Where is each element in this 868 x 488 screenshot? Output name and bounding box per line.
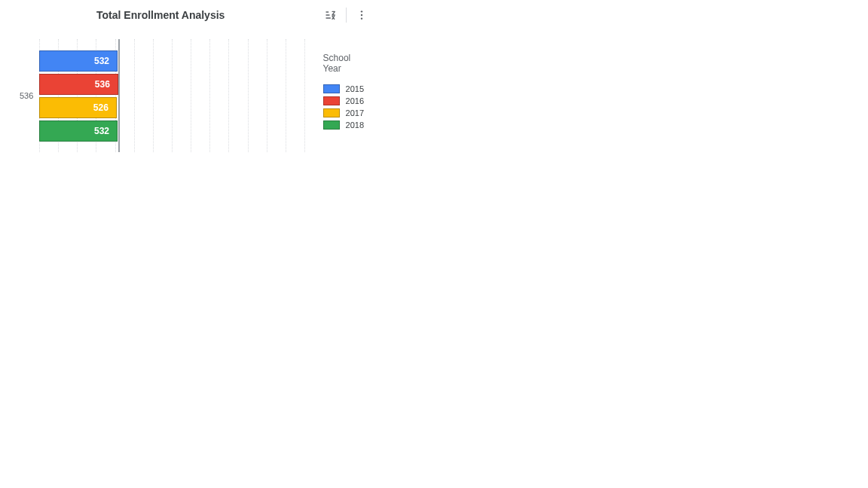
legend-item-2015[interactable]: 2015 (323, 84, 371, 93)
legend-swatch (323, 120, 340, 130)
svg-point-0 (361, 11, 362, 12)
gridline (172, 39, 173, 152)
more-vert-icon (356, 9, 368, 21)
gridline (191, 39, 191, 152)
card-header: Total Enrollment Analysis (0, 0, 377, 26)
legend-item-2017[interactable]: 2017 (323, 108, 371, 117)
legend-item-2016[interactable]: 2016 (323, 96, 371, 105)
gridline (248, 39, 249, 152)
svg-point-1 (361, 14, 362, 16)
legend-label: 2017 (346, 108, 364, 117)
card-body: 536 532536526532 School Year 20152016201… (0, 26, 377, 166)
bar-2015[interactable]: 532 (39, 50, 118, 72)
legend-title: School Year (323, 53, 371, 74)
svg-point-2 (361, 17, 362, 19)
bar-value-label: 532 (94, 56, 109, 66)
legend: School Year 2015201620172018 (323, 32, 371, 160)
chart-title: Total Enrollment Analysis (96, 9, 225, 21)
legend-swatch (323, 108, 340, 117)
more-options-button[interactable] (353, 6, 371, 24)
y-axis-tick: 536 (20, 91, 33, 100)
bar-2018[interactable]: 532 (39, 120, 118, 142)
plot-area: 532536526532 (39, 39, 304, 152)
bar-2017[interactable]: 526 (39, 97, 117, 118)
sort-button[interactable] (322, 6, 340, 24)
chart-area: 536 532536526532 (21, 32, 305, 160)
gridline (134, 39, 135, 152)
value-axis-line (118, 39, 120, 152)
bar-value-label: 536 (95, 79, 110, 90)
divider (346, 8, 347, 23)
gridline (209, 39, 210, 152)
legend-label: 2015 (346, 84, 364, 93)
legend-swatch (323, 96, 340, 105)
legend-swatch (323, 84, 340, 93)
bar-2016[interactable]: 536 (39, 74, 118, 95)
legend-label: 2016 (346, 96, 364, 105)
gridline (267, 39, 267, 152)
gridline (228, 39, 229, 152)
bar-value-label: 526 (93, 102, 108, 113)
gridline (153, 39, 154, 152)
legend-item-2018[interactable]: 2018 (323, 120, 371, 130)
bar-value-label: 532 (94, 126, 109, 136)
gridline (304, 39, 305, 152)
gridline (286, 39, 286, 152)
chart-card: Total Enrollment Analysis (0, 0, 377, 166)
sort-az-icon (325, 9, 337, 21)
legend-label: 2018 (346, 120, 364, 130)
